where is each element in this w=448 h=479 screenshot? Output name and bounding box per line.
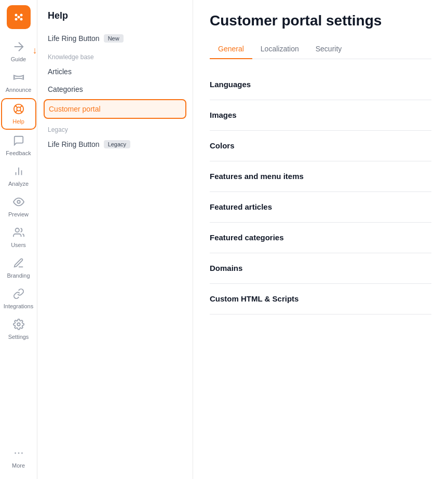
- svg-point-1: [15, 14, 17, 17]
- settings-icon: [13, 319, 24, 333]
- branding-icon: [13, 257, 24, 271]
- articles-label: Articles: [48, 67, 72, 76]
- page-title: Customer portal settings: [210, 12, 431, 29]
- announce-icon: [13, 72, 24, 86]
- announce-label: Announce: [6, 87, 32, 93]
- analyze-label: Analyze: [8, 181, 29, 187]
- svg-point-19: [18, 453, 19, 454]
- life-ring-legacy-label: Life Ring Button: [48, 140, 100, 148]
- app-logo[interactable]: [7, 5, 31, 29]
- sidebar-item-settings[interactable]: Settings: [1, 314, 36, 344]
- section-featured-articles-title: Featured articles: [210, 202, 272, 211]
- sidebar-item-preview[interactable]: Preview: [1, 192, 36, 222]
- sidebar-item-integrations[interactable]: Integrations: [1, 284, 36, 313]
- sidebar-item-announce[interactable]: Announce: [1, 67, 36, 97]
- tab-general[interactable]: General: [210, 39, 252, 59]
- sidebar-item-life-ring-new[interactable]: Life Ring Button New: [37, 30, 193, 47]
- sidebar-section-legacy: Legacy: [37, 120, 193, 135]
- icon-nav: Guide ↓ Announce Help: [0, 0, 37, 479]
- svg-point-20: [21, 453, 23, 454]
- sidebar-item-more[interactable]: More: [1, 443, 36, 473]
- section-custom-html-title: Custom HTML & Scripts: [210, 294, 298, 303]
- section-images-title: Images: [210, 111, 237, 119]
- users-label: Users: [11, 242, 26, 248]
- section-custom-html[interactable]: Custom HTML & Scripts: [210, 284, 431, 314]
- branding-label: Branding: [7, 272, 30, 279]
- sidebar: Help Life Ring Button New Knowledge base…: [37, 0, 193, 479]
- arrow-indicator: ↓: [33, 45, 37, 56]
- sidebar-item-users[interactable]: Users: [1, 223, 36, 252]
- categories-label: Categories: [48, 85, 83, 93]
- more-label: More: [12, 462, 25, 469]
- sidebar-title: Help: [37, 10, 193, 30]
- section-images[interactable]: Images: [210, 100, 431, 131]
- badge-legacy: Legacy: [104, 140, 130, 148]
- integrations-label: Integrations: [4, 303, 33, 309]
- analyze-icon: [13, 166, 24, 180]
- sidebar-item-guide[interactable]: Guide ↓: [1, 37, 36, 66]
- section-features-menu[interactable]: Features and menu items: [210, 161, 431, 192]
- section-featured-categories-title: Featured categories: [210, 233, 284, 242]
- sidebar-item-analyze[interactable]: Analyze: [1, 161, 36, 191]
- sidebar-item-branding[interactable]: Branding: [1, 253, 36, 283]
- svg-point-3: [15, 18, 17, 21]
- section-colors-title: Colors: [210, 141, 235, 150]
- tab-localization[interactable]: Localization: [252, 39, 307, 59]
- sidebar-item-life-ring-legacy[interactable]: Life Ring Button Legacy: [37, 135, 193, 153]
- guide-label: Guide: [11, 56, 26, 62]
- section-colors[interactable]: Colors: [210, 131, 431, 161]
- guide-icon: [13, 41, 24, 55]
- main-content: Customer portal settings General Localiz…: [193, 0, 448, 479]
- svg-point-16: [15, 228, 19, 232]
- sidebar-item-help[interactable]: Help: [1, 98, 36, 130]
- tabs: General Localization Security: [210, 39, 431, 59]
- section-languages-title: Languages: [210, 80, 251, 89]
- feedback-label: Feedback: [6, 150, 31, 156]
- users-icon: [13, 227, 24, 241]
- section-domains-title: Domains: [210, 264, 242, 272]
- feedback-icon: [13, 135, 24, 149]
- svg-point-7: [17, 107, 20, 111]
- svg-line-8: [15, 106, 17, 108]
- settings-label: Settings: [8, 334, 29, 340]
- sidebar-item-categories[interactable]: Categories: [37, 80, 193, 98]
- section-featured-categories[interactable]: Featured categories: [210, 223, 431, 253]
- section-languages[interactable]: Languages: [210, 70, 431, 100]
- sidebar-item-articles[interactable]: Articles: [37, 63, 193, 80]
- section-featured-articles[interactable]: Featured articles: [210, 192, 431, 223]
- svg-point-17: [17, 323, 20, 326]
- help-icon: [13, 103, 24, 117]
- more-icon: [13, 447, 24, 461]
- svg-line-9: [20, 111, 22, 113]
- integrations-icon: [13, 288, 24, 302]
- svg-point-18: [15, 453, 16, 454]
- life-ring-new-label: Life Ring Button: [48, 34, 100, 43]
- customer-portal-label: Customer portal: [49, 105, 101, 113]
- svg-point-2: [20, 14, 22, 17]
- tab-security[interactable]: Security: [307, 39, 350, 59]
- badge-new: New: [104, 34, 124, 43]
- section-features-menu-title: Features and menu items: [210, 172, 304, 181]
- sidebar-item-customer-portal[interactable]: Customer portal: [44, 99, 186, 119]
- section-domains[interactable]: Domains: [210, 253, 431, 284]
- help-label: Help: [12, 118, 24, 125]
- svg-point-5: [17, 16, 20, 19]
- sidebar-item-feedback[interactable]: Feedback: [1, 131, 36, 160]
- preview-label: Preview: [8, 211, 29, 217]
- svg-line-10: [20, 106, 22, 108]
- svg-point-4: [20, 18, 22, 21]
- svg-point-15: [17, 200, 20, 203]
- sidebar-section-knowledge-base: Knowledge base: [37, 47, 193, 63]
- preview-icon: [13, 196, 24, 210]
- svg-line-11: [15, 111, 17, 113]
